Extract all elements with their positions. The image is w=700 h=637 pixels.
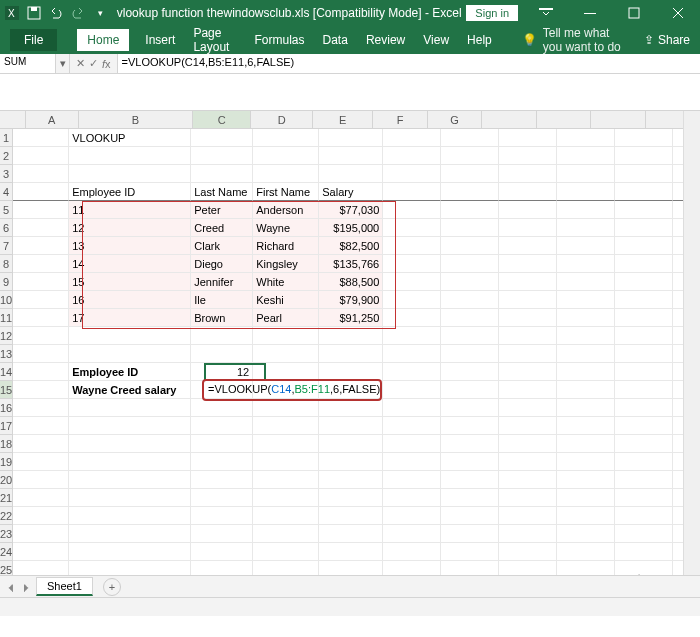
cell[interactable]: [69, 435, 191, 453]
cell[interactable]: [615, 543, 673, 561]
cell[interactable]: [615, 219, 673, 237]
cell[interactable]: $82,500: [319, 237, 383, 255]
cell[interactable]: [499, 543, 557, 561]
row-head[interactable]: 19: [0, 453, 13, 471]
cell[interactable]: [13, 237, 69, 255]
cell[interactable]: [557, 489, 615, 507]
row-head[interactable]: 10: [0, 291, 13, 309]
cell[interactable]: [383, 435, 441, 453]
cell[interactable]: [191, 417, 253, 435]
cell[interactable]: [557, 309, 615, 327]
cell[interactable]: [319, 417, 383, 435]
cell[interactable]: [499, 363, 557, 381]
cell[interactable]: [13, 489, 69, 507]
col-head-b[interactable]: B: [79, 111, 193, 129]
name-box[interactable]: SUM: [0, 54, 56, 73]
cell[interactable]: 13: [69, 237, 191, 255]
cell[interactable]: [383, 201, 441, 219]
cell[interactable]: [499, 309, 557, 327]
row-head[interactable]: 3: [0, 165, 13, 183]
row-head[interactable]: 4: [0, 183, 13, 201]
cell[interactable]: [615, 363, 673, 381]
cell[interactable]: [615, 471, 673, 489]
cell[interactable]: [69, 543, 191, 561]
cell[interactable]: 16: [69, 291, 191, 309]
row-head[interactable]: 15: [0, 381, 13, 399]
cell[interactable]: [441, 507, 499, 525]
cell[interactable]: [441, 237, 499, 255]
sign-in-button[interactable]: Sign in: [466, 5, 518, 21]
col-head-rest[interactable]: [482, 111, 536, 129]
cell[interactable]: [13, 309, 69, 327]
cell[interactable]: [615, 183, 673, 201]
cell[interactable]: [557, 417, 615, 435]
cell[interactable]: Brown: [191, 309, 253, 327]
cell[interactable]: [499, 489, 557, 507]
cell[interactable]: [253, 129, 319, 147]
row-head[interactable]: 11: [0, 309, 13, 327]
cell[interactable]: [441, 273, 499, 291]
cell[interactable]: [191, 471, 253, 489]
cell[interactable]: 11: [69, 201, 191, 219]
cell[interactable]: [499, 453, 557, 471]
cell[interactable]: [69, 165, 191, 183]
ribbon-options-icon[interactable]: [524, 0, 568, 26]
row-head[interactable]: 23: [0, 525, 13, 543]
cell[interactable]: [13, 543, 69, 561]
cell[interactable]: [253, 399, 319, 417]
cell[interactable]: [441, 147, 499, 165]
cell[interactable]: [615, 165, 673, 183]
cell[interactable]: [69, 525, 191, 543]
cell[interactable]: [615, 309, 673, 327]
cell[interactable]: [557, 543, 615, 561]
cell[interactable]: [557, 525, 615, 543]
cell[interactable]: [319, 489, 383, 507]
cell[interactable]: [69, 147, 191, 165]
tab-nav-first-icon[interactable]: ⏴: [6, 581, 17, 593]
cell[interactable]: [441, 525, 499, 543]
cell[interactable]: [615, 453, 673, 471]
cell[interactable]: [557, 507, 615, 525]
minimize-button[interactable]: [568, 0, 612, 26]
cell[interactable]: Diego: [191, 255, 253, 273]
col-head-e[interactable]: E: [313, 111, 373, 129]
cell[interactable]: [499, 237, 557, 255]
col-head-f[interactable]: F: [373, 111, 427, 129]
cell[interactable]: [69, 417, 191, 435]
cell[interactable]: [13, 129, 69, 147]
cell[interactable]: [557, 273, 615, 291]
undo-icon[interactable]: [48, 5, 64, 21]
cell[interactable]: [319, 327, 383, 345]
cell[interactable]: [557, 435, 615, 453]
cell[interactable]: [441, 489, 499, 507]
cell[interactable]: [13, 201, 69, 219]
cell[interactable]: [557, 345, 615, 363]
cell[interactable]: [383, 165, 441, 183]
maximize-button[interactable]: [612, 0, 656, 26]
cells-area[interactable]: VLOOKUPEmployee IDLast NameFirst NameSal…: [13, 129, 700, 615]
cell[interactable]: [13, 471, 69, 489]
row-head[interactable]: 24: [0, 543, 13, 561]
cell[interactable]: [557, 453, 615, 471]
save-icon[interactable]: [26, 5, 42, 21]
cell[interactable]: [319, 435, 383, 453]
tab-page-layout[interactable]: Page Layout: [191, 22, 238, 58]
cell[interactable]: [499, 165, 557, 183]
cell[interactable]: Ile: [191, 291, 253, 309]
cell[interactable]: [615, 255, 673, 273]
col-head-a[interactable]: A: [26, 111, 79, 129]
cell[interactable]: [191, 147, 253, 165]
cell[interactable]: [499, 345, 557, 363]
cell[interactable]: [383, 237, 441, 255]
tab-view[interactable]: View: [421, 29, 451, 51]
cell[interactable]: [13, 255, 69, 273]
cell[interactable]: [319, 507, 383, 525]
cell[interactable]: [383, 399, 441, 417]
row-head[interactable]: 6: [0, 219, 13, 237]
cell[interactable]: [13, 363, 69, 381]
cell[interactable]: [615, 417, 673, 435]
cell[interactable]: [557, 255, 615, 273]
tab-help[interactable]: Help: [465, 29, 494, 51]
formula-cancel-icon[interactable]: ✕: [76, 57, 85, 70]
row-head[interactable]: 22: [0, 507, 13, 525]
